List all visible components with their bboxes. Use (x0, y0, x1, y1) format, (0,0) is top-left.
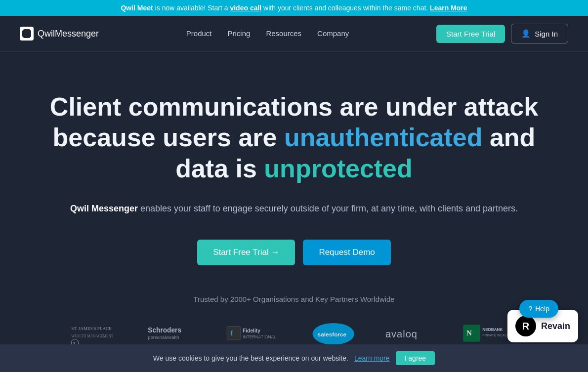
banner-text2: with your clients and colleagues within … (261, 4, 430, 12)
banner-text1: is now available! Start a (153, 4, 230, 12)
svg-text:Fidelity: Fidelity (243, 328, 260, 333)
cookie-learn-more[interactable]: Learn more (354, 354, 390, 362)
announcement-banner: Qwil Meet is now available! Start a vide… (0, 0, 588, 16)
hero-section: Client communications are under attack b… (22, 52, 566, 369)
hero-buttons: Start Free Trial → Request Demo (42, 240, 546, 265)
svg-text:f: f (230, 329, 233, 337)
svg-text:N: N (466, 329, 472, 337)
cookie-agree-button[interactable]: I agree (396, 351, 435, 365)
logo-mark (22, 29, 31, 38)
svg-text:salesforce: salesforce (318, 331, 347, 338)
banner-brand: Qwil Meet (121, 4, 153, 12)
svg-text:personalwealth: personalwealth (148, 335, 179, 340)
cta-demo-button[interactable]: Request Demo (303, 240, 390, 265)
banner-link-learn[interactable]: Learn More (430, 4, 467, 12)
svg-rect-6 (227, 327, 240, 340)
hero-subtitle: Qwil Messenger enables your staff to eng… (42, 202, 546, 216)
svg-text:INTERNATIONAL: INTERNATIONAL (243, 334, 276, 339)
logo[interactable]: QwilMessenger (20, 27, 99, 41)
svg-text:avaloq: avaloq (385, 329, 418, 339)
help-button[interactable]: ? Help (519, 300, 558, 318)
svg-text:NEDBANK: NEDBANK (482, 328, 503, 332)
trusted-text: Trusted by 2000+ Organisations and Key P… (42, 295, 546, 303)
cookie-banner: We use cookies to give you the best expe… (0, 344, 588, 372)
person-icon: 👤 (521, 29, 531, 38)
cookie-text: We use cookies to give you the best expe… (153, 354, 348, 362)
nav-item-resources[interactable]: Resources (266, 29, 301, 38)
navbar: QwilMessenger Product Pricing Resources … (0, 16, 588, 52)
nav-actions: Start Free Trial 👤 Sign In (436, 24, 568, 43)
revain-label: Revain (541, 321, 570, 331)
nav-item-product[interactable]: Product (186, 29, 212, 38)
nav-signin-button[interactable]: 👤 Sign In (511, 24, 568, 43)
help-icon: ? (528, 305, 532, 313)
nav-item-pricing[interactable]: Pricing (228, 29, 251, 38)
logo-icon (20, 27, 34, 41)
cta-trial-button[interactable]: Start Free Trial → (197, 240, 295, 265)
nav-links: Product Pricing Resources Company (186, 29, 349, 38)
svg-text:WEALTH MANAGEMENT: WEALTH MANAGEMENT (72, 334, 114, 338)
revain-logo-icon: R (515, 316, 536, 336)
svg-text:Schroders: Schroders (148, 327, 181, 334)
svg-text:·: · (385, 341, 386, 344)
svg-text:ST. JAMES'S PLACE: ST. JAMES'S PLACE (72, 327, 112, 331)
svg-text:PRIVATE WEALTH: PRIVATE WEALTH (482, 333, 511, 337)
nav-item-company[interactable]: Company (317, 29, 349, 38)
logo-text: QwilMessenger (38, 29, 99, 39)
help-label: Help (535, 305, 549, 313)
hero-title: Client communications are under attack b… (42, 91, 546, 184)
banner-link-video[interactable]: video call (230, 4, 261, 12)
nav-trial-button[interactable]: Start Free Trial (436, 25, 505, 43)
